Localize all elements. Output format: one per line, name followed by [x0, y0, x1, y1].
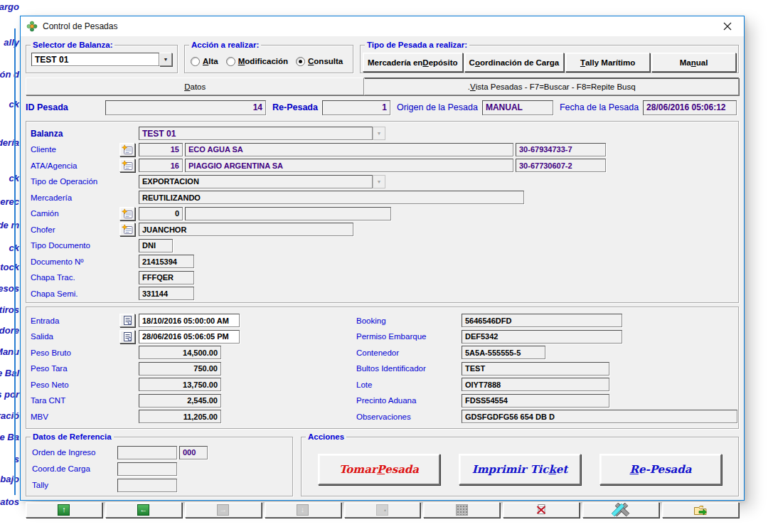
export-excel-button[interactable] [582, 502, 659, 518]
documento-field[interactable]: 21415394 [139, 255, 194, 268]
accion-radio-group: Alta Modificación Consulta [191, 57, 343, 66]
dropdown-arrow-icon: ▼ [373, 127, 385, 140]
tipo-pesada-button-tally-maritimo[interactable]: Tally Marítimo [565, 53, 650, 72]
origen-pesada-label: Origen de la Pesada [397, 102, 478, 112]
cliente-code-field[interactable]: 15 [139, 143, 183, 156]
tipo-documento-row: Tipo Documento DNI [31, 239, 734, 252]
origen-pesada-field: MANUAL [482, 100, 553, 115]
background-text-fragment: Manu [0, 346, 19, 357]
booking-field[interactable]: 5646546DFD [462, 314, 622, 327]
mercaderia-field[interactable]: REUTILIZANDO [139, 191, 524, 204]
tipo-pesada-button-mercaderia-en-deposito[interactable]: Mercadería en Depósito [363, 53, 463, 72]
tipo-operacion-combobox: EXPORTACION ▼ [139, 175, 385, 188]
salida-field[interactable]: 28/06/2016 05:06:05 PM [139, 330, 240, 344]
tally-field[interactable] [117, 479, 177, 492]
entrada-field[interactable]: 18/10/2016 05:00:00 AM [139, 314, 240, 327]
arrow-left-icon: ← [137, 504, 149, 516]
chofer-lookup-button[interactable] [119, 223, 135, 236]
entrada-date-button[interactable] [119, 314, 135, 327]
radio-alta[interactable]: Alta [191, 57, 218, 66]
add-record-button[interactable]: ▪ [344, 502, 421, 518]
orden-de-ingreso-field[interactable] [117, 446, 177, 459]
lookup-icon [122, 144, 133, 155]
background-text-fragment: ally [4, 37, 19, 48]
datos-de-referencia-caption: Datos de Referencia [31, 432, 114, 442]
chofer-field[interactable]: JUANCHOR [139, 223, 353, 236]
pesaje-right-column: Booking 5646546DFD Permiso Embarque DEF5… [356, 314, 740, 426]
observaciones-field[interactable]: GDSFGDFG56 654 DB D [462, 410, 737, 423]
id-pesada-field[interactable]: 14 [105, 100, 266, 115]
camion-lookup-button[interactable] [119, 207, 135, 220]
chapa-semi-label: Chapa Semi. [31, 289, 119, 298]
tipo-pesada-button-manual[interactable]: Manual [651, 53, 736, 72]
ata-cuit-field[interactable]: 30-67730607-2 [516, 159, 606, 172]
camion-name-field[interactable] [185, 207, 391, 220]
radio-modificacion[interactable]: Modificación [226, 57, 288, 66]
mbv-row: MBV 11,205.00 [31, 410, 356, 423]
radio-circle-icon [296, 57, 305, 66]
cancel-record-button[interactable] [503, 502, 580, 518]
peso-bruto-label: Peso Bruto [31, 349, 119, 357]
cliente-lookup-button[interactable] [119, 143, 135, 156]
chapa-semi-row: Chapa Semi. 331144 [31, 287, 734, 300]
mercaderia-label: Mercadería [31, 193, 119, 202]
salida-row: Salida 28/06/2016 05:06:05 [31, 330, 356, 344]
permiso-embarque-row: Permiso Embarque DEF5342 [356, 330, 740, 344]
tipo-pesada-button-coordinacion-de-carga[interactable]: Coordinación de Carga [464, 53, 565, 72]
coord-de-carga-field[interactable] [117, 462, 177, 476]
lote-field[interactable]: OIYT7888 [462, 378, 609, 391]
edit-record-button[interactable] [423, 502, 500, 518]
tomar-pesada-button[interactable]: Tomar Pesada [318, 454, 440, 485]
move-previous-button[interactable]: ← [105, 502, 182, 518]
tipo-operacion-value: EXPORTACION [139, 175, 373, 188]
radio-modificacion-label: Modificación [238, 57, 288, 65]
pesaje-group: Entrada 18/10/2016 05:00:00 [26, 307, 739, 429]
cliente-cuit-field[interactable]: 30-67934733-7 [516, 143, 606, 156]
tipo-documento-field[interactable]: DNI [139, 239, 173, 252]
radio-circle-icon [226, 57, 235, 66]
precinto-aduana-field[interactable]: FDSS54554 [462, 394, 609, 408]
title-bar: Control de Pesadas [21, 16, 744, 36]
imprimir-ticket-button[interactable]: Imprimir Ticket [459, 454, 581, 485]
move-next-button[interactable]: → [185, 502, 262, 518]
acciones-caption: Acciones [306, 432, 346, 442]
close-button[interactable] [711, 16, 744, 36]
chapa-semi-field[interactable]: 331144 [139, 287, 194, 300]
background-text-fragment: tiros [0, 304, 19, 315]
balanza-label: Balanza [31, 129, 119, 139]
ata-code-field[interactable]: 16 [139, 159, 183, 172]
arrow-down-icon: ↓ [297, 504, 309, 516]
move-first-button[interactable]: ↑ [26, 502, 102, 518]
lookup-icon [122, 224, 133, 235]
exit-form-button[interactable] [662, 502, 739, 518]
background-text-fragment: Datos [0, 496, 19, 507]
accion-a-realizar-group: Acción a realizar: Alta Modificación Con… [184, 45, 353, 73]
tara-cnt-field: 2,545.00 [139, 394, 221, 408]
ata-lookup-button[interactable] [119, 159, 135, 172]
cliente-name-field[interactable]: ECO AGUA SA [185, 143, 513, 156]
camion-label: Camión [31, 209, 119, 218]
radio-consulta-label: Consulta [308, 57, 343, 65]
dropdown-arrow-icon[interactable]: ▼ [159, 53, 172, 66]
ata-name-field[interactable]: PIAGGIO ARGENTINA SA [185, 159, 513, 172]
balanza-selector-combobox[interactable]: TEST 01 ▼ [31, 53, 172, 66]
selector-de-balanza-group: Selector de Balanza: TEST 01 ▼ [26, 45, 178, 73]
radio-consulta[interactable]: Consulta [296, 57, 343, 66]
contenedor-field[interactable]: 5A5A-555555-5 [462, 346, 545, 359]
re-pesada-button[interactable]: Re-Pesada [599, 454, 722, 485]
salida-date-button[interactable] [119, 330, 135, 344]
permiso-embarque-field[interactable]: DEF5342 [462, 330, 622, 344]
chapa-trac-row: Chapa Trac. FFFQER [31, 271, 734, 284]
exit-folder-icon [693, 504, 708, 516]
lookup-icon [122, 208, 133, 219]
move-last-button[interactable]: ↓ [265, 502, 341, 518]
acciones-group: Acciones Tomar Pesada Imprimir Ticket Re… [301, 437, 739, 496]
camion-code-field[interactable]: 0 [139, 207, 183, 220]
tab-vista-pesadas[interactable]: .Vista Pesadas - F7=Buscar - F8=Repite B… [364, 78, 739, 95]
permiso-embarque-label: Permiso Embarque [356, 332, 462, 341]
cliente-row: Cliente 15 ECO AGUA SA 30-67934733- [31, 143, 734, 156]
tab-datos[interactable]: Datos [26, 78, 364, 95]
bultos-identificador-field[interactable]: TEST [462, 362, 609, 376]
re-pesada-field[interactable]: 1 [322, 100, 390, 115]
chapa-trac-field[interactable]: FFFQER [139, 271, 194, 284]
